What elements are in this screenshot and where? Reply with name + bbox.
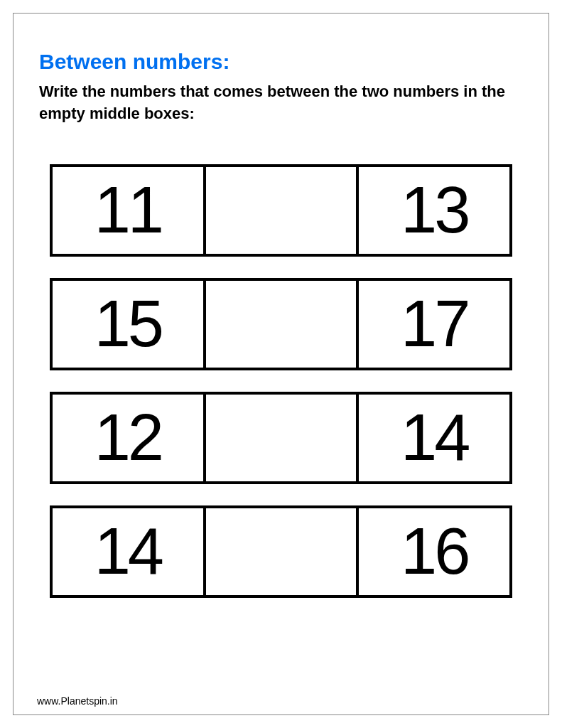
- footer-text: www.Planetspin.in: [37, 695, 118, 707]
- page-border: [13, 13, 549, 715]
